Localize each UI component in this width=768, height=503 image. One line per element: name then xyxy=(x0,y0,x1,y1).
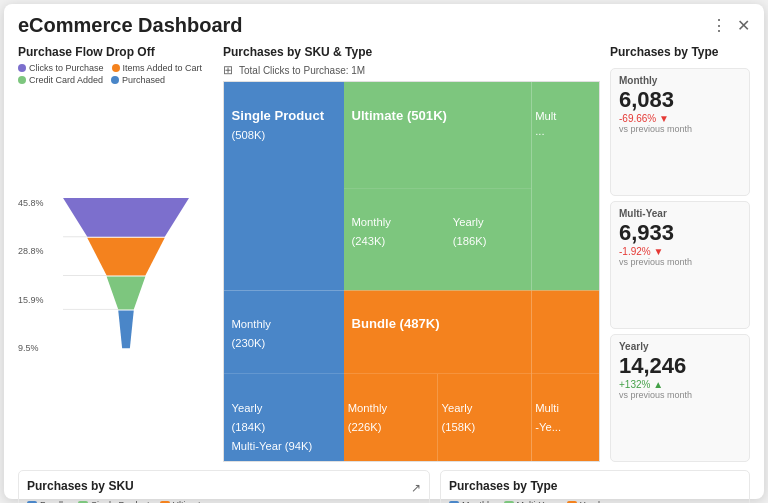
type-card-monthly: Monthly 6,083 -69.66% ▼ vs previous mont… xyxy=(610,68,750,196)
funnel-label-0: 45.8% xyxy=(18,198,44,208)
svg-marker-3 xyxy=(118,310,134,348)
svg-text:(230K): (230K) xyxy=(232,337,266,349)
svg-text:Mult: Mult xyxy=(535,110,557,122)
funnel-label-1: 28.8% xyxy=(18,246,44,256)
purchases-by-type-chart-panel: Purchases by Type Monthly Multi-Year Yea… xyxy=(440,470,750,503)
svg-text:Monthly: Monthly xyxy=(232,318,272,330)
type-card-monthly-vs: vs previous month xyxy=(619,124,741,134)
legend-label-purchased: Purchased xyxy=(122,75,165,85)
type-card-yearly-change: +132% ▲ xyxy=(619,379,741,390)
svg-text:Ultimate (501K): Ultimate (501K) xyxy=(352,108,448,123)
type-chart-title: Purchases by Type xyxy=(449,479,741,493)
type-card-yearly-vs: vs previous month xyxy=(619,390,741,400)
svg-rect-24 xyxy=(344,290,532,373)
svg-rect-34 xyxy=(438,374,532,461)
svg-text:Monthly: Monthly xyxy=(348,402,388,414)
svg-text:Multi-Year (94K): Multi-Year (94K) xyxy=(232,440,313,452)
treemap-container: Single Product (508K) Ultimate (501K) Mu… xyxy=(223,81,600,462)
svg-rect-26 xyxy=(532,290,600,373)
close-icon[interactable]: ✕ xyxy=(737,16,750,35)
top-row: Purchase Flow Drop Off Clicks to Purchas… xyxy=(18,45,750,462)
funnel-chart: 45.8% 28.8% 15.9% 9.5% xyxy=(18,89,213,462)
svg-text:(243K): (243K) xyxy=(352,235,386,247)
svg-marker-2 xyxy=(106,276,145,309)
legend-dot-purchased xyxy=(111,76,119,84)
legend-dot-items xyxy=(112,64,120,72)
treemap-icon: ⊞ xyxy=(223,63,233,77)
svg-rect-37 xyxy=(532,374,600,461)
svg-text:(508K): (508K) xyxy=(232,129,266,141)
more-options-icon[interactable]: ⋮ xyxy=(711,16,727,35)
svg-text:Yearly: Yearly xyxy=(453,216,484,228)
legend-label-items: Items Added to Cart xyxy=(123,63,203,73)
svg-marker-1 xyxy=(87,238,165,276)
header-actions: ⋮ ✕ xyxy=(711,16,750,35)
legend-label-credit: Credit Card Added xyxy=(29,75,103,85)
svg-text:Bundle (487K): Bundle (487K) xyxy=(352,316,440,331)
legend-item-items: Items Added to Cart xyxy=(112,63,203,73)
legend-dot-clicks xyxy=(18,64,26,72)
svg-text:Single Product: Single Product xyxy=(232,108,325,123)
type-card-multiyear-change: -1.92% ▼ xyxy=(619,246,741,257)
type-card-multiyear: Multi-Year 6,933 -1.92% ▼ vs previous mo… xyxy=(610,201,750,329)
svg-rect-31 xyxy=(344,374,438,461)
type-card-yearly-label: Yearly xyxy=(619,341,741,352)
funnel-label-2: 15.9% xyxy=(18,295,44,305)
funnel-panel: Purchase Flow Drop Off Clicks to Purchas… xyxy=(18,45,213,462)
type-card-multiyear-vs: vs previous month xyxy=(619,257,741,267)
expand-icon[interactable]: ↗ xyxy=(411,481,421,495)
type-card-yearly: Yearly 14,246 +132% ▲ vs previous month xyxy=(610,334,750,462)
purchases-by-sku-panel: Purchases by SKU ↗ Bundle Single Product… xyxy=(18,470,430,503)
legend-item-credit: Credit Card Added xyxy=(18,75,103,85)
dashboard-header: eCommerce Dashboard ⋮ ✕ xyxy=(18,14,750,37)
purchases-by-type-panel: Purchases by Type Monthly 6,083 -69.66% … xyxy=(610,45,750,462)
funnel-svg xyxy=(46,198,206,353)
svg-text:(226K): (226K) xyxy=(348,421,382,433)
svg-marker-0 xyxy=(63,198,189,237)
treemap-panel: Purchases by SKU & Type ⊞ Total Clicks t… xyxy=(223,45,600,462)
type-card-monthly-value: 6,083 xyxy=(619,88,741,112)
funnel-legend: Clicks to Purchase Items Added to Cart C… xyxy=(18,63,213,85)
legend-item-purchased: Purchased xyxy=(111,75,165,85)
type-card-multiyear-label: Multi-Year xyxy=(619,208,741,219)
svg-rect-21 xyxy=(224,290,344,373)
funnel-label-3: 9.5% xyxy=(18,343,44,353)
bottom-row: Purchases by SKU ↗ Bundle Single Product… xyxy=(18,470,750,503)
funnel-title: Purchase Flow Drop Off xyxy=(18,45,213,59)
svg-text:(158K): (158K) xyxy=(442,421,476,433)
svg-rect-10 xyxy=(344,82,532,188)
treemap-svg: Single Product (508K) Ultimate (501K) Mu… xyxy=(224,82,599,461)
legend-label-clicks: Clicks to Purchase xyxy=(29,63,104,73)
svg-text:Monthly: Monthly xyxy=(352,216,392,228)
svg-text:Multi: Multi xyxy=(535,402,559,414)
legend-dot-credit xyxy=(18,76,26,84)
sku-panel-header: Purchases by SKU ↗ xyxy=(27,479,421,497)
treemap-title: Purchases by SKU & Type xyxy=(223,45,600,59)
treemap-subtitle: Total Clicks to Purchase: 1M xyxy=(239,65,365,76)
svg-text:-Ye...: -Ye... xyxy=(535,421,561,433)
legend-item-clicks: Clicks to Purchase xyxy=(18,63,104,73)
type-card-yearly-value: 14,246 xyxy=(619,354,741,378)
dashboard: eCommerce Dashboard ⋮ ✕ Purchase Flow Dr… xyxy=(4,4,764,499)
treemap-header: ⊞ Total Clicks to Purchase: 1M xyxy=(223,63,600,77)
type-card-monthly-label: Monthly xyxy=(619,75,741,86)
svg-text:Yearly: Yearly xyxy=(442,402,473,414)
purchases-by-type-title: Purchases by Type xyxy=(610,45,750,59)
dashboard-title: eCommerce Dashboard xyxy=(18,14,243,37)
type-card-multiyear-value: 6,933 xyxy=(619,221,741,245)
svg-text:(186K): (186K) xyxy=(453,235,487,247)
sku-title: Purchases by SKU xyxy=(27,479,134,493)
svg-text:...: ... xyxy=(535,125,544,137)
type-card-monthly-change: -69.66% ▼ xyxy=(619,113,741,124)
